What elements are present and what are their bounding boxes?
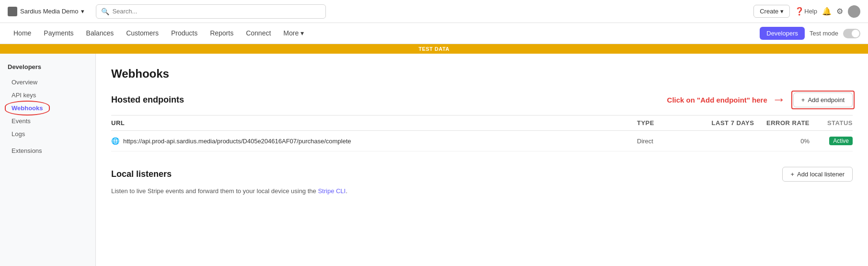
brand-name: Sardius Media Demo bbox=[20, 8, 78, 15]
main-layout: Developers Overview API keys Webhooks Ev… bbox=[0, 54, 868, 266]
endpoint-type-cell: Direct bbox=[637, 138, 704, 145]
status-badge: Active bbox=[829, 137, 853, 145]
page-title: Webhooks bbox=[111, 67, 853, 81]
endpoint-url-cell: 🌐 https://api.prod-api.sardius.media/pro… bbox=[111, 137, 637, 145]
nav-products[interactable]: Products bbox=[165, 23, 203, 44]
add-endpoint-plus-icon: + bbox=[801, 96, 805, 104]
gear-icon: ⚙ bbox=[836, 7, 843, 16]
arrow-right-icon: → bbox=[772, 92, 786, 107]
nav-payments[interactable]: Payments bbox=[38, 23, 79, 44]
col-header-status: STATUS bbox=[810, 119, 853, 127]
sidebar-title: Developers bbox=[8, 63, 88, 70]
col-header-url: URL bbox=[111, 119, 637, 127]
developers-button[interactable]: Developers bbox=[760, 27, 805, 40]
top-bar-right: Create ▾ ❓ Help 🔔 ⚙ bbox=[753, 5, 860, 18]
hosted-endpoints-header: Hosted endpoints Click on "Add endpoint"… bbox=[111, 92, 853, 107]
help-icon: ❓ bbox=[795, 7, 804, 16]
settings-button[interactable]: ⚙ bbox=[836, 7, 843, 16]
stripe-cli-link[interactable]: Stripe CLI bbox=[318, 187, 346, 195]
sidebar-item-overview[interactable]: Overview bbox=[8, 76, 88, 88]
endpoint-status-cell: Active bbox=[810, 137, 853, 145]
brand-icon bbox=[8, 7, 17, 16]
col-header-error: ERROR RATE bbox=[762, 119, 810, 127]
top-bar: Sardius Media Demo ▾ 🔍 Create ▾ ❓ Help 🔔… bbox=[0, 0, 868, 23]
endpoints-table: URL TYPE LAST 7 DAYS ERROR RATE STATUS 🌐… bbox=[111, 115, 853, 151]
search-bar[interactable]: 🔍 bbox=[96, 4, 326, 19]
table-header: URL TYPE LAST 7 DAYS ERROR RATE STATUS bbox=[111, 116, 853, 131]
create-label: Create bbox=[760, 8, 778, 15]
table-row[interactable]: 🌐 https://api.prod-api.sardius.media/pro… bbox=[111, 131, 853, 151]
annotation-label: Click on "Add endpoint" here bbox=[667, 96, 767, 104]
help-label: Help bbox=[804, 8, 817, 15]
webhooks-circle-annotation: Webhooks bbox=[12, 104, 43, 112]
add-endpoint-area: Click on "Add endpoint" here → + Add end… bbox=[667, 92, 853, 107]
create-chevron-icon: ▾ bbox=[780, 8, 784, 15]
sidebar-item-extensions[interactable]: Extensions bbox=[8, 145, 88, 157]
nav-reports[interactable]: Reports bbox=[204, 23, 239, 44]
globe-icon: 🌐 bbox=[111, 137, 119, 145]
add-local-listener-button[interactable]: + Add local listener bbox=[782, 167, 853, 182]
bell-icon: 🔔 bbox=[822, 7, 832, 16]
col-header-type: TYPE bbox=[637, 119, 704, 127]
nav-balances[interactable]: Balances bbox=[81, 23, 120, 44]
main-content: Webhooks Hosted endpoints Click on "Add … bbox=[96, 54, 868, 266]
hosted-endpoints-title: Hosted endpoints bbox=[111, 95, 184, 105]
sidebar-item-api-keys[interactable]: API keys bbox=[8, 89, 88, 101]
avatar[interactable] bbox=[848, 5, 860, 18]
sidebar-item-events[interactable]: Events bbox=[8, 115, 88, 127]
create-button[interactable]: Create ▾ bbox=[753, 5, 790, 18]
nav-right: Developers Test mode bbox=[760, 27, 860, 40]
local-listeners-title: Local listeners bbox=[111, 169, 172, 179]
nav-home[interactable]: Home bbox=[8, 23, 37, 44]
brand-chevron-icon: ▾ bbox=[81, 8, 84, 15]
brand-area[interactable]: Sardius Media Demo ▾ bbox=[8, 7, 84, 16]
nav-connect[interactable]: Connect bbox=[240, 23, 277, 44]
test-mode-label: Test mode bbox=[810, 30, 838, 37]
notifications-button[interactable]: 🔔 bbox=[822, 7, 832, 16]
endpoint-url-link[interactable]: https://api.prod-api.sardius.media/produ… bbox=[123, 138, 351, 145]
col-header-last7: LAST 7 DAYS bbox=[704, 119, 762, 127]
annotation-text: Click on "Add endpoint" here → bbox=[667, 92, 786, 107]
nav-customers[interactable]: Customers bbox=[120, 23, 164, 44]
sidebar: Developers Overview API keys Webhooks Ev… bbox=[0, 54, 96, 266]
add-local-label: Add local listener bbox=[797, 171, 845, 178]
add-endpoint-button[interactable]: + Add endpoint bbox=[793, 93, 853, 107]
local-listeners-description: Listen to live Stripe events and forward… bbox=[111, 187, 853, 195]
add-endpoint-label: Add endpoint bbox=[808, 96, 845, 104]
add-endpoint-box: + Add endpoint bbox=[793, 93, 853, 107]
help-button[interactable]: ❓ Help bbox=[795, 7, 817, 16]
search-input[interactable] bbox=[112, 8, 321, 15]
nav-bar: Home Payments Balances Customers Product… bbox=[0, 23, 868, 44]
endpoint-error-cell: 0% bbox=[762, 138, 810, 145]
sidebar-item-webhooks[interactable]: Webhooks bbox=[8, 102, 88, 114]
nav-more[interactable]: More ▾ bbox=[278, 23, 310, 44]
search-icon: 🔍 bbox=[101, 8, 109, 15]
test-mode-toggle[interactable] bbox=[843, 29, 860, 38]
sidebar-item-logs[interactable]: Logs bbox=[8, 128, 88, 140]
test-data-banner: TEST DATA bbox=[0, 44, 868, 54]
add-local-plus-icon: + bbox=[790, 171, 794, 178]
local-listeners-header: Local listeners + Add local listener bbox=[111, 167, 853, 182]
